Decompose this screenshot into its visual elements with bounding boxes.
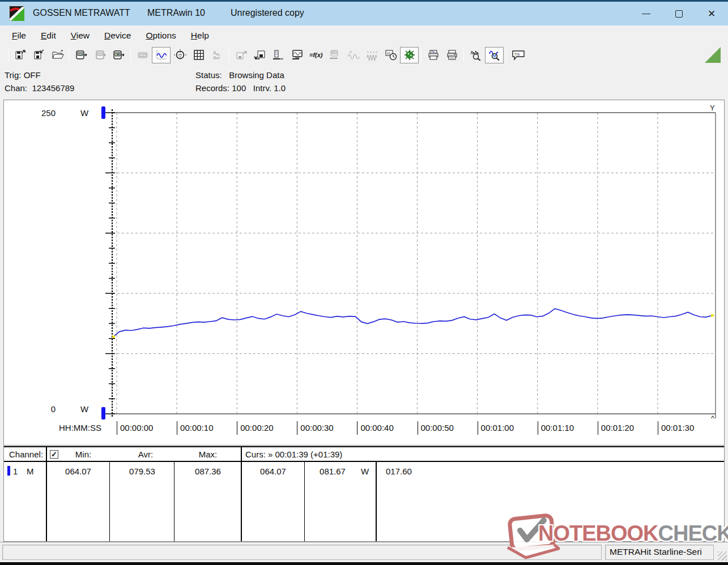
write-device-button: 321 (91, 47, 109, 63)
sine-mode-button (344, 47, 363, 63)
pc-transfer-button[interactable] (288, 47, 306, 63)
live-record-button[interactable] (400, 47, 419, 63)
svg-text:T/S: T/S (514, 53, 520, 56)
save-export-button[interactable] (11, 47, 29, 63)
memory-read-icon: M (113, 49, 125, 61)
minimize-button[interactable] (629, 2, 662, 25)
channel-color-marker (7, 466, 10, 476)
svg-text:1257: 1257 (140, 54, 146, 57)
print-preview-button[interactable] (424, 47, 442, 63)
chart-view-button[interactable] (152, 47, 171, 63)
toolbar-separator (130, 48, 131, 62)
column-divider (174, 462, 174, 541)
device-321-button: 321 (325, 47, 344, 63)
column-divider (109, 462, 110, 541)
formula-button[interactable]: =f(x) (306, 47, 325, 63)
toolbar-separator (506, 48, 506, 62)
floppy-export-icon (14, 49, 27, 61)
open-folder-icon (52, 49, 64, 61)
table-grid-icon (193, 49, 205, 61)
row-channel-number: 1 (13, 466, 18, 476)
scope-view-button[interactable] (171, 47, 189, 63)
x-axis-labels: HH:MM:SS 00:00:0000:00:1000:00:2000:00:3… (4, 421, 725, 436)
display-icon: 1257 (137, 49, 149, 61)
zoom-curve-button[interactable] (485, 47, 504, 63)
histogram-icon (211, 49, 224, 61)
header-cursor: Curs: » 00:01:39 (+01:39) (245, 450, 342, 459)
menu-view[interactable]: View (63, 31, 97, 41)
channel-table: Channel: ✓ Min: Avr: Max: Curs: » 00:01:… (3, 446, 725, 542)
row-min-value: 064.07 (47, 466, 109, 476)
resize-grip-triangle (705, 47, 721, 63)
open-file-button[interactable] (48, 47, 67, 63)
clock-schedule-button[interactable]: 12 (381, 47, 400, 63)
channel-range-marker-top[interactable] (101, 106, 105, 119)
resize-grip[interactable] (718, 551, 727, 560)
y-axis-unit-bottom: W (80, 404, 88, 414)
formula-icon: =f(x) (309, 49, 323, 61)
menu-options[interactable]: Options (138, 31, 183, 41)
export-data-button (232, 47, 250, 63)
bug-timer-icon (403, 49, 416, 61)
svg-text:12: 12 (386, 52, 390, 55)
svg-text:=f(x): =f(x) (309, 52, 323, 58)
toolbar-separator (229, 48, 229, 62)
sine-wave-icon (347, 49, 360, 61)
floppy-import-icon (33, 49, 45, 61)
x-tick-label: 00:01:00 (478, 421, 514, 435)
channel-visible-checkbox[interactable]: ✓ (50, 450, 58, 459)
y-axis-unit-top: W (80, 108, 88, 118)
x-axis-unit-label: HH:MM:SS (59, 423, 101, 433)
x-tick-label: 00:00:40 (357, 421, 393, 435)
floppy-arrow-icon (235, 49, 248, 61)
save-import-button[interactable] (29, 47, 48, 63)
svg-text:321: 321 (78, 53, 83, 56)
menu-device[interactable]: Device (97, 31, 138, 41)
interval-value: 1.0 (274, 83, 286, 93)
power-trend-chart[interactable] (4, 100, 724, 445)
x-tick-label: 00:00:30 (297, 421, 333, 435)
device-config-button[interactable] (269, 47, 288, 63)
records-value: 100 (232, 83, 246, 93)
x-tick-label: 00:01:20 (598, 421, 634, 435)
title-license: Unregistered copy (231, 8, 304, 18)
row-max-value: 087.36 (175, 466, 241, 476)
device-name: METRAHit Starline-Seri (610, 547, 702, 557)
channel-range-marker-bottom[interactable] (101, 407, 105, 420)
menu-help[interactable]: Help (184, 31, 216, 41)
svg-text:321: 321 (332, 52, 335, 54)
x-tick-label: 00:00:50 (418, 421, 454, 435)
y-zoom-indicator-icon[interactable]: Y (710, 104, 716, 112)
annotation-button[interactable]: T/S (509, 47, 527, 63)
x-tick-label: 00:00:20 (237, 421, 273, 435)
menu-file[interactable]: File (5, 31, 33, 41)
trig-value: OFF (24, 70, 41, 80)
maximize-button[interactable] (662, 2, 695, 25)
close-button[interactable]: ✕ (695, 2, 728, 25)
printer-preview-icon (427, 49, 440, 61)
print-button[interactable] (442, 47, 461, 63)
trig-label: Trig: (5, 70, 21, 80)
read-device-button[interactable]: 321 (72, 47, 91, 63)
row-unit: W (361, 466, 369, 476)
device-save-button[interactable] (250, 47, 269, 63)
zoom-values-button[interactable] (466, 47, 485, 63)
header-min: Min: (66, 450, 100, 459)
menu-bar: File Edit View Device Options Help (0, 25, 728, 45)
header-avr: Avr: (129, 450, 163, 459)
chan-value: 123456789 (32, 83, 74, 93)
app-window: GOSSEN METRAWATT METRAwin 10 Unregistere… (0, 0, 728, 562)
status-bar: METRAHit Starline-Seri (0, 542, 728, 562)
x-tick-label: 00:01:10 (538, 421, 574, 435)
minimize-icon (642, 14, 650, 14)
table-view-button[interactable] (189, 47, 208, 63)
checkmark-icon: ✓ (51, 450, 57, 459)
title-app: METRAwin 10 (147, 8, 205, 18)
chart-panel[interactable]: 250 W 0 W Y ^ HH:MM:SS 00:00:0000:00:100… (3, 100, 725, 446)
toolbar-separator (8, 48, 8, 62)
read-memory-button[interactable]: M (109, 47, 128, 63)
row-cursor-b-value: 081.67 (305, 466, 360, 476)
chan-label: Chan: (5, 83, 27, 93)
printer-icon (446, 49, 458, 61)
menu-edit[interactable]: Edit (33, 31, 63, 41)
